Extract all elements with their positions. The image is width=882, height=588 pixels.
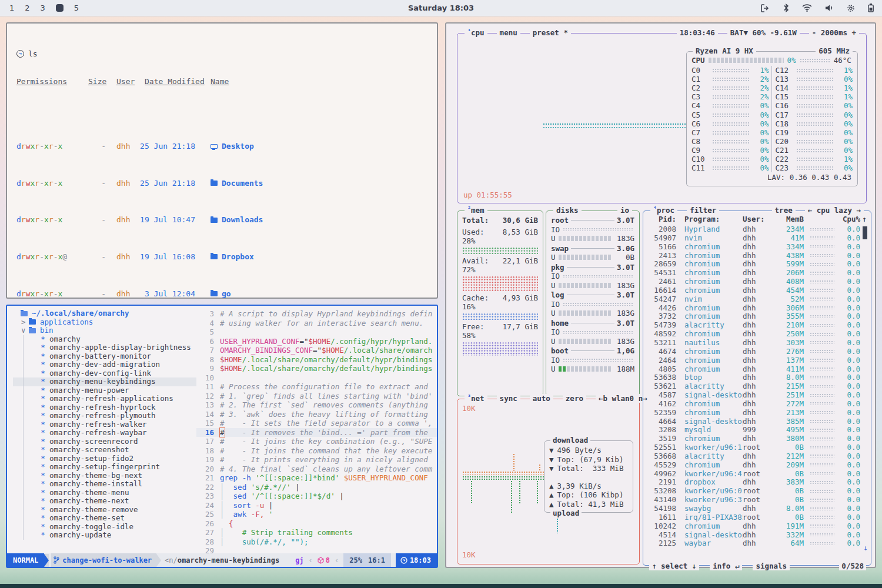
process-row[interactable]: 3732 chromium dhh 355M 0.0 xyxy=(647,312,868,320)
gear-icon[interactable] xyxy=(847,4,855,12)
process-row[interactable]: 4664 signal-desktop dhh 385M 0.0 xyxy=(647,417,868,426)
tree-item[interactable]: omarchy-theme-next xyxy=(13,497,196,506)
process-row[interactable]: 54739 alacritty dhh 210M 0.0 xyxy=(647,320,868,329)
process-row[interactable]: 49962 kworker/u96:4-gf root 0B 0.0 xyxy=(647,469,868,478)
tree-item[interactable]: omarchy-refresh-applications xyxy=(13,395,196,403)
process-row[interactable]: 54198 swaybg dhh 8.0M 0.0 xyxy=(647,504,868,513)
workspace-1[interactable]: 1 xyxy=(9,4,14,12)
cpu-tab[interactable]: menu xyxy=(497,28,520,37)
process-row[interactable]: 28659 chromium dhh 599M 0.0 xyxy=(647,259,868,268)
disks-tab[interactable]: disks xyxy=(553,206,582,215)
process-row[interactable]: 43140 kworker/u96:3-sd root 0B 0.0 xyxy=(647,495,868,504)
tree-item[interactable]: omarchy-menu-power xyxy=(13,386,196,395)
net-tab[interactable]: ³net xyxy=(465,394,487,403)
process-row[interactable]: 52551 kworker/u96:1-co root 0B 0.0 xyxy=(647,443,868,452)
process-row[interactable]: 4587 signal-desktop dhh 251M 0.0 xyxy=(647,390,868,399)
tree-item[interactable]: omarchy-update xyxy=(13,531,196,540)
tree-item[interactable]: omarchy-refresh-hyprlock xyxy=(13,403,196,412)
tree-item[interactable]: ∨ bin xyxy=(13,326,196,335)
process-row[interactable]: 4805 chromium dhh 411M 0.0 xyxy=(647,365,868,373)
column-memory[interactable]: MemB xyxy=(773,215,804,225)
process-row[interactable]: 53211 nautilus dhh 303M 0.0 xyxy=(647,338,868,347)
tree-item[interactable]: omarchy xyxy=(13,335,196,344)
column-pid[interactable]: Pid: xyxy=(647,215,676,225)
process-row[interactable]: 48592 chromium dhh 250M 0.0 xyxy=(647,329,868,338)
tree-item[interactable]: omarchy-dev-add-migration xyxy=(13,360,196,369)
cpu-status-chip[interactable]: BAT▼ 60% -9.61W xyxy=(727,28,800,37)
net-tab[interactable]: sync xyxy=(497,394,520,403)
code-buffer[interactable]: 3# A script to display Hyprland keybindi… xyxy=(196,306,437,553)
neovim-window[interactable]: ~/.local/share/omarchy > applications ∨ xyxy=(6,305,438,568)
tree-item[interactable]: omarchy-theme-set xyxy=(13,514,196,523)
cpu-status-chip[interactable]: 18:03:46 xyxy=(677,28,718,37)
column-user[interactable]: User: xyxy=(743,215,773,225)
net-tab[interactable]: ←b wlan0 n→ xyxy=(596,394,650,403)
proc-footer-button[interactable]: signals xyxy=(753,562,790,570)
process-row[interactable]: 2464 chromium dhh 137M 0.0 xyxy=(647,356,868,365)
btop-window[interactable]: ¹cpumenupreset * 18:03:46BAT▼ 60% -9.61W… xyxy=(445,22,876,568)
git-branch[interactable]: change-wofi-to-walker xyxy=(51,553,156,567)
tree-expander[interactable]: > xyxy=(21,318,29,327)
proc-footer-button[interactable]: ↑ select ↓ xyxy=(649,562,699,570)
tree-item[interactable]: omarchy-theme-remove xyxy=(13,506,196,514)
cpu-tab[interactable]: ¹cpu xyxy=(465,28,487,37)
process-row[interactable]: 2008 Hyprland dhh 234M 0.0 xyxy=(647,225,868,233)
workspace-5[interactable]: 5 xyxy=(74,4,79,12)
process-row[interactable]: 16614 chromium dhh 454M 0.0 xyxy=(647,286,868,295)
tree-item[interactable]: ~/.local/share/omarchy xyxy=(13,309,196,318)
column-cpu[interactable]: Cpu% xyxy=(837,215,860,225)
process-row[interactable]: 4514 signal-desktop dhh 332M 0.0 xyxy=(647,530,868,539)
scroll-down-icon[interactable]: ↓ xyxy=(863,543,868,552)
process-row[interactable]: 54907 nvim dhh 41M 0.0 xyxy=(647,233,868,242)
tree-item[interactable]: omarchy-menu-keybindings xyxy=(13,377,196,386)
tree-item[interactable]: omarchy-theme-menu xyxy=(13,489,196,497)
process-row[interactable]: 53638 btop dhh 8.0M 0.0 xyxy=(647,373,868,382)
proc-sort-tab[interactable]: tree xyxy=(772,206,796,215)
tree-item[interactable]: omarchy-setup-fido2 xyxy=(13,455,196,463)
mem-tab[interactable]: ²mem xyxy=(465,206,487,215)
process-row[interactable]: 2191 dropbox dhh 383M 0.0 xyxy=(647,477,868,486)
process-row[interactable]: 10242 chromium dhh 191M 0.0 xyxy=(647,522,868,530)
tree-item[interactable]: omarchy-screenshot xyxy=(13,446,196,455)
workspace-4-active[interactable] xyxy=(56,4,64,12)
proc-footer-button[interactable]: info ↵ xyxy=(710,562,742,570)
logout-icon[interactable] xyxy=(761,4,770,12)
process-row[interactable]: 53621 alacritty dhh 215M 0.0 xyxy=(647,382,868,390)
tree-expander[interactable]: ∨ xyxy=(21,326,29,335)
process-row[interactable]: 3208 mysqld 999 495M 0.0 xyxy=(647,425,868,434)
tree-item[interactable]: omarchy-setup-fingerprint xyxy=(13,463,196,472)
process-row[interactable]: 2125 waybar dhh 64M 0.0 xyxy=(647,539,868,547)
process-row[interactable]: 4426 chromium dhh 306M 0.0 xyxy=(647,303,868,312)
tree-item[interactable]: omarchy-refresh-waybar xyxy=(13,429,196,437)
tree-item[interactable]: omarchy-battery-monitor xyxy=(13,352,196,361)
workspace-2[interactable]: 2 xyxy=(25,4,29,12)
tree-item[interactable]: omarchy-theme-install xyxy=(13,480,196,489)
workspace-3[interactable]: 3 xyxy=(41,4,45,12)
tree-item[interactable]: omarchy-refresh-plymouth xyxy=(13,412,196,420)
process-row[interactable]: 2413 chromium dhh 438M 0.0 xyxy=(647,251,868,260)
terminal-window[interactable]: → ls Permissions Size User Date Modified… xyxy=(6,22,438,299)
process-row[interactable]: 53668 alacritty dhh 212M 0.0 xyxy=(647,452,868,460)
process-row[interactable]: 5166 chromium dhh 334M 0.0 xyxy=(647,242,868,251)
proc-tab[interactable]: filter xyxy=(687,206,719,215)
wifi-icon[interactable] xyxy=(802,4,812,12)
tree-item[interactable]: omarchy-screenrecord xyxy=(13,437,196,446)
tree-item[interactable]: omarchy-toggle-idle xyxy=(13,523,196,532)
bluetooth-icon[interactable] xyxy=(783,4,789,12)
tree-item[interactable]: omarchy-refresh-walker xyxy=(13,420,196,429)
net-tab[interactable]: zero xyxy=(563,394,586,403)
volume-icon[interactable] xyxy=(825,4,834,12)
process-scrollbar[interactable] xyxy=(862,225,868,239)
cpu-status-chip[interactable]: - 2000ms + xyxy=(809,28,859,37)
process-row[interactable]: 4162 chromium dhh 272M 0.0 xyxy=(647,399,868,408)
tree-item[interactable]: omarchy-apple-display-brightness xyxy=(13,343,196,352)
process-row[interactable]: 54531 chromium dhh 206M 0.0 xyxy=(647,268,868,277)
process-row[interactable]: 45529 chromium dhh 209M 0.0 xyxy=(647,460,868,469)
process-row[interactable]: 2461 chromium dhh 408M 0.0 xyxy=(647,277,868,286)
net-tab[interactable]: auto xyxy=(530,394,553,403)
column-program[interactable]: Program: xyxy=(684,215,743,225)
proc-sort-tab[interactable]: ← cpu lazy → xyxy=(805,206,864,215)
tree-item[interactable]: omarchy-theme-bg-next xyxy=(13,472,196,480)
io-tab[interactable]: io xyxy=(617,206,632,215)
battery-icon[interactable] xyxy=(868,4,874,12)
